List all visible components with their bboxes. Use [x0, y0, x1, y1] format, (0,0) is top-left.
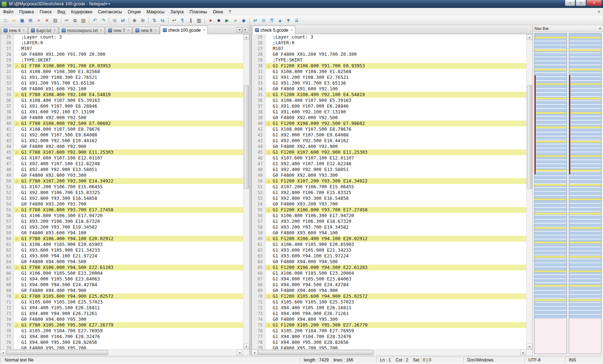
code-line[interactable]: 73G1 X94.400 Y94.900 E26.71261 — [252, 311, 526, 316]
tab-close-icon[interactable]: × — [290, 28, 292, 32]
tab-close-icon[interactable]: × — [203, 28, 205, 32]
code-line[interactable]: 38G1 X91.600 Y92.100 E7.13190 — [0, 109, 243, 115]
editor-right[interactable]: 25;Layer count: 326;LAYER:027M10728G0 F4… — [251, 34, 532, 349]
code-line[interactable]: 37G1 X91.600 Y107.900 E6.28846 — [252, 103, 526, 109]
scroll-down-icon[interactable]: ▼ — [527, 343, 532, 349]
code-line[interactable]: 71G1 X105.600 Y105.100 E25.57023 — [0, 299, 243, 305]
code-line[interactable]: 41G1 X108.000 Y107.500 E8.78676 — [0, 126, 243, 132]
nav-strip-right[interactable] — [569, 33, 602, 354]
code-line[interactable]: 46G1 X107.600 Y107.100 E12.01107 — [252, 155, 526, 161]
code-line[interactable]: 30⚠G1 F1200 X108.800 Y91.700 E0.93953 — [252, 63, 526, 69]
code-line[interactable]: 68G1 X94.000 Y94.500 E24.42784 — [0, 282, 243, 288]
scroll-left-icon[interactable]: ◄ — [251, 350, 258, 355]
menu-item-edit[interactable]: Правка — [17, 8, 37, 15]
code-line[interactable]: 25;Layer count: 3 — [252, 34, 526, 40]
replace-icon[interactable]: ⇄ — [119, 17, 127, 24]
tab-new-7[interactable]: new 7× — [105, 27, 132, 34]
code-line[interactable]: 78G1 X94.800 Y95.300 E28.82656 — [0, 340, 243, 345]
code-line[interactable]: 60⚠G1 F1200 X106.400 Y94.100 E20.02912 — [252, 236, 526, 242]
code-line[interactable]: 50⚠G1 F1200 X107.200 Y93.300 E14.34922 — [252, 178, 526, 184]
menu-item-view[interactable]: Вид — [54, 8, 68, 15]
scrollbar-thumb[interactable] — [244, 85, 249, 189]
code-line[interactable]: 66G1 X106.000 Y105.500 E23.20004 — [0, 270, 243, 276]
cut-icon[interactable]: ✂ — [63, 17, 71, 24]
code-line[interactable]: 61G1 X106.400 Y105.900 E20.65903 — [0, 242, 243, 247]
code-line[interactable]: 36G1 X108.400 Y107.900 E5.39163 — [252, 98, 526, 103]
word-wrap-icon[interactable]: ↩ — [170, 17, 178, 24]
tab-scroll-right-icon[interactable]: ► — [243, 27, 248, 32]
tab-close-icon[interactable]: × — [100, 28, 102, 32]
code-line[interactable]: 75⚠G1 F780 X105.200 Y95.300 E27.26779 — [0, 322, 243, 328]
code-line[interactable]: 40⚠G1 F1200 X108.000 Y92.500 E7.98602 — [252, 121, 526, 126]
code-line[interactable]: 76G1 X105.200 Y104.700 E27.76959 — [0, 328, 243, 334]
close-file-icon[interactable]: × — [35, 17, 43, 24]
code-line[interactable]: 35⚠G1 F780 X108.400 Y92.100 E4.54819 — [0, 92, 243, 98]
code-line[interactable]: 59G0 F4800 X93.600 Y94.100 — [0, 230, 243, 236]
code-line[interactable]: 71G1 X105.600 Y105.100 E25.57023 — [252, 299, 526, 305]
menu-item-run[interactable]: Запуск — [168, 8, 187, 15]
first-diff-icon[interactable]: ⇈ — [268, 17, 276, 24]
code-line[interactable]: 32G1 X91.200 Y108.300 E2.76521 — [252, 75, 526, 80]
save-icon[interactable]: ▣ — [18, 17, 26, 24]
indent-guide-icon[interactable]: ∥ — [187, 17, 195, 24]
code-line[interactable]: 47G1 X92.400 Y107.100 E12.82248 — [252, 161, 526, 167]
code-line[interactable]: 69G0 F4800 X94.400 Y94.900 — [0, 288, 243, 293]
tab-close-icon[interactable]: × — [127, 28, 129, 32]
code-line[interactable]: 27M107 — [0, 46, 243, 51]
code-line[interactable]: 36G1 X108.400 Y107.900 E5.39163 — [0, 98, 243, 103]
close-all-icon[interactable]: ✕ — [43, 17, 51, 24]
code-line[interactable]: 51G1 X107.200 Y106.700 E15.06455 — [252, 184, 526, 190]
tab-bart[interactable]: Барт.txt× — [28, 27, 58, 34]
stop-macro-icon[interactable]: ■ — [215, 17, 223, 24]
code-line[interactable]: 72G1 X94.400 Y105.100 E26.16811 — [252, 305, 526, 311]
code-line[interactable]: 26;LAYER:0 — [0, 40, 243, 46]
code-line[interactable]: 67G1 X94.000 Y105.500 E23.84063 — [0, 276, 243, 282]
code-line[interactable]: 64G0 F4800 X94.000 Y94.500 — [0, 259, 243, 265]
code-line[interactable]: 59G0 F4800 X93.600 Y94.100 — [252, 230, 526, 236]
code-line[interactable]: 42G1 X92.000 Y107.500 E9.64088 — [252, 132, 526, 138]
code-line[interactable]: 75⚠G1 F1200 X105.200 Y95.300 E27.26779 — [252, 322, 526, 328]
menu-item-settings[interactable]: Опции — [125, 8, 144, 15]
scroll-right-icon[interactable]: ► — [237, 350, 243, 355]
code-line[interactable]: 52G1 X92.800 Y106.700 E15.83325 — [252, 190, 526, 196]
code-line[interactable]: 45⚠G1 F780 X107.600 Y92.900 E11.25303 — [0, 149, 243, 155]
code-line[interactable]: 65⚠G1 F780 X106.000 Y94.500 E22.61283 — [0, 265, 243, 270]
record-macro-icon[interactable]: ● — [207, 17, 214, 24]
code-line[interactable]: 32G1 X91.200 Y108.300 E2.76521 — [0, 75, 243, 80]
code-line[interactable]: 27M107 — [252, 46, 526, 51]
code-line[interactable]: 37G1 X91.600 Y107.900 E6.28846 — [0, 103, 243, 109]
menu-item-language[interactable]: Синтаксисы — [95, 8, 125, 15]
scrollbar-thumb[interactable] — [6, 350, 108, 355]
clear-compare-icon[interactable]: ⊘ — [260, 17, 267, 24]
code-line[interactable]: 56G1 X106.800 Y106.300 E17.94720 — [0, 213, 243, 219]
code-line[interactable]: 28G0 F4800 X91.200 Y91.700 Z0.300 — [252, 51, 526, 57]
scrollbar-track[interactable] — [258, 350, 520, 355]
code-line[interactable]: 41G1 X108.000 Y107.500 E8.78676 — [252, 126, 526, 132]
sync-scroll-horizontal-icon[interactable]: ⇆ — [159, 17, 166, 24]
code-line[interactable]: 44G0 F4800 X92.400 Y92.900 — [0, 144, 243, 149]
code-line[interactable]: 73G1 X94.400 Y94.900 E26.71261 — [0, 311, 243, 316]
code-line[interactable]: 74G0 F4800 X94.800 Y95.300 — [252, 316, 526, 322]
scroll-left-icon[interactable]: ◄ — [0, 350, 6, 355]
code-line[interactable]: 48G1 X92.400 Y92.900 E13.58051 — [0, 167, 243, 172]
code-line[interactable]: 49G0 F4800 X92.800 Y93.300 — [252, 172, 526, 178]
code-line[interactable]: 68G1 X94.000 Y94.500 E24.42784 — [252, 282, 526, 288]
code-line[interactable]: 33G1 X91.200 Y91.700 E3.65136 — [0, 80, 243, 86]
nav-strip-left[interactable] — [534, 33, 567, 354]
code-line[interactable]: 62G1 X93.600 Y105.900 E21.34233 — [0, 247, 243, 253]
code-line[interactable]: 46G1 X107.600 Y107.100 E12.01107 — [0, 155, 243, 161]
run-macro-multiple-icon[interactable]: » — [232, 17, 239, 24]
save-macro-icon[interactable]: ◆ — [240, 17, 247, 24]
code-line[interactable]: 70⚠G1 F1200 X105.600 Y94.900 E25.02572 — [252, 293, 526, 299]
code-line[interactable]: 57G1 X93.200 Y106.300 E18.67320 — [252, 219, 526, 224]
code-line[interactable]: 34G0 F4800 X91.600 Y92.100 — [252, 86, 526, 92]
zoom-out-icon[interactable]: ⊖ — [139, 17, 147, 24]
code-line[interactable]: 76G1 X105.200 Y104.700 E27.76959 — [252, 328, 526, 334]
save-all-icon[interactable]: ⊞ — [27, 17, 34, 24]
vertical-scrollbar[interactable]: ▲ ▼ — [243, 34, 249, 349]
tab-close-icon[interactable]: × — [23, 28, 25, 32]
code-line[interactable]: 72G1 X94.400 Y105.100 E26.16811 — [0, 305, 243, 311]
code-line[interactable]: 44G0 F4800 X92.400 Y92.900 — [252, 144, 526, 149]
code-line[interactable]: 60⚠G1 F780 X106.400 Y94.100 E20.02912 — [0, 236, 243, 242]
code-line[interactable]: 30⚠G1 F780 X108.800 Y91.700 E0.93953 — [0, 63, 243, 69]
